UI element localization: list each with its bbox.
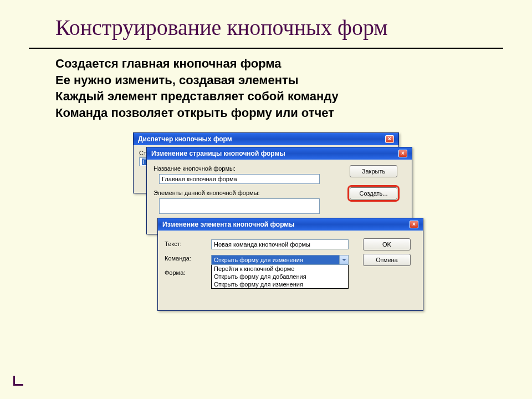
dialog3-title: Изменение элемента кнопочной формы — [162, 221, 294, 228]
dialog3-text-input[interactable] — [211, 239, 349, 249]
close-icon[interactable]: × — [385, 135, 394, 143]
dialog-edit-element: Изменение элемента кнопочной формы × Тек… — [157, 218, 423, 311]
dialog3-titlebar[interactable]: Изменение элемента кнопочной формы × — [158, 218, 423, 231]
close-icon[interactable]: × — [398, 150, 407, 157]
cancel-button[interactable]: Отмена — [363, 254, 411, 266]
dialog1-titlebar[interactable]: Диспетчер кнопочных форм × — [134, 133, 398, 145]
dialog3-text-label: Текст: — [165, 241, 211, 247]
dialog2-titlebar[interactable]: Изменение страницы кнопочной формы × — [147, 147, 412, 160]
dialog2-name-input[interactable] — [159, 174, 320, 184]
dropdown-option[interactable]: Открыть форму для изменения — [212, 280, 348, 288]
title-underline — [29, 48, 503, 49]
dialog3-command-combo[interactable]: Открыть форму для изменения — [211, 255, 349, 265]
close-button[interactable]: Закрыть — [350, 165, 397, 177]
dialog3-command-value: Открыть форму для изменения — [212, 255, 339, 264]
dialog2-title: Изменение страницы кнопочной формы — [151, 150, 285, 157]
ok-button[interactable]: OK — [363, 238, 411, 250]
dialog1-title: Диспетчер кнопочных форм — [138, 135, 232, 143]
chevron-down-icon[interactable] — [339, 255, 348, 264]
corner-accent-icon — [13, 376, 23, 386]
slide-title: Конструирование кнопочных форм — [0, 0, 421, 42]
slide-body: Создается главная кнопочная форма Ее нуж… — [0, 55, 532, 321]
dialog3-form-label: Форма: — [165, 269, 211, 276]
body-line-4: Команда позволяет открыть форму или отче… — [55, 105, 477, 121]
close-icon[interactable]: × — [410, 221, 418, 228]
dialog2-elements-label: Элементы данной кнопочной формы: — [154, 190, 350, 196]
body-line-2: Ее нужно изменить, создавая элементы — [55, 72, 477, 89]
dialog2-name-label: Название кнопочной формы: — [154, 165, 350, 172]
dropdown-option[interactable]: Перейти к кнопочной форме — [212, 265, 348, 273]
create-button[interactable]: Создать... — [350, 187, 397, 200]
dialog3-command-dropdown[interactable]: Перейти к кнопочной форме Открыть форму … — [211, 264, 349, 289]
body-line-3: Каждый элемент представляет собой команд… — [55, 88, 477, 105]
body-line-1: Создается главная кнопочная форма — [55, 55, 477, 72]
dialog3-command-label: Команда: — [165, 255, 211, 262]
dialog2-elements-list[interactable] — [159, 198, 320, 214]
dialog-stack: Диспетчер кнопочных форм × Стр Глав Изме… — [133, 132, 421, 321]
dropdown-option[interactable]: Открыть форму для добавления — [212, 273, 348, 280]
